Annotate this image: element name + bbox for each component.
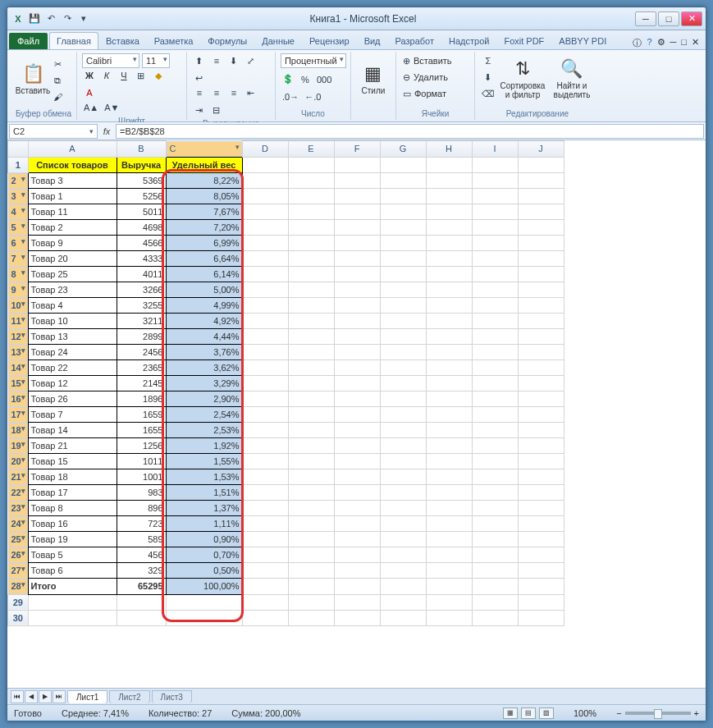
row-header[interactable]: 17 xyxy=(8,407,28,423)
fill-icon[interactable]: ◆ xyxy=(151,68,166,83)
cell[interactable]: 589 xyxy=(117,532,166,547)
cell[interactable]: 2456 xyxy=(117,345,166,360)
col-header[interactable]: C xyxy=(167,141,242,157)
tab-layout[interactable]: Разметка xyxy=(147,32,201,49)
cell[interactable]: 4333 xyxy=(117,251,166,267)
cell[interactable]: Товар 4 xyxy=(28,298,117,314)
bold-icon[interactable]: Ж xyxy=(82,68,97,83)
cell[interactable]: Товар 7 xyxy=(28,407,117,423)
cell[interactable]: Товар 16 xyxy=(28,516,117,532)
cell[interactable]: Итого xyxy=(28,579,117,595)
cell[interactable]: Товар 26 xyxy=(28,391,117,407)
col-header[interactable]: F xyxy=(334,141,380,158)
row-header[interactable]: 23 xyxy=(8,501,28,516)
zoom-slider[interactable] xyxy=(625,712,691,715)
cell[interactable]: 2,54% xyxy=(166,407,242,423)
next-sheet-icon[interactable]: ▶ xyxy=(39,690,52,703)
grow-icon[interactable]: A▲ xyxy=(82,100,100,115)
percent-icon[interactable]: % xyxy=(298,72,313,87)
cell[interactable]: 2365 xyxy=(117,360,166,376)
row-header[interactable]: 10 xyxy=(8,298,28,314)
top-align-icon[interactable]: ⬆ xyxy=(192,53,207,68)
cell[interactable]: 896 xyxy=(117,501,166,516)
styles-button[interactable]: ▦ Стили xyxy=(356,53,391,104)
table-header-cell[interactable]: Удельный вес xyxy=(166,157,242,172)
break-view-icon[interactable]: ▧ xyxy=(539,707,554,719)
dec-dec-icon[interactable]: ←.0 xyxy=(303,89,322,104)
zoom-in-icon[interactable]: + xyxy=(694,708,699,718)
size-select[interactable]: 11 xyxy=(142,53,170,68)
center-align-icon[interactable]: ≡ xyxy=(209,85,224,100)
indent-icon[interactable]: ⇥ xyxy=(192,103,207,117)
cell[interactable]: Товар 13 xyxy=(28,329,117,345)
row-header[interactable]: 18 xyxy=(8,423,28,438)
cell[interactable]: 1,51% xyxy=(166,485,242,501)
row-header[interactable]: 30 xyxy=(8,610,29,625)
merge-icon[interactable]: ⊟ xyxy=(209,103,224,117)
font-select[interactable]: Calibri xyxy=(82,53,139,68)
formula-input[interactable] xyxy=(116,124,704,139)
doc-close-icon[interactable]: ✕ xyxy=(692,37,699,49)
row-header[interactable]: 15 xyxy=(8,376,28,391)
row-header[interactable]: 12 xyxy=(8,329,28,345)
row-header[interactable]: 20 xyxy=(8,454,28,469)
cell[interactable]: Товар 2 xyxy=(28,220,117,236)
cell[interactable]: Товар 18 xyxy=(28,469,117,485)
row-header[interactable]: 25 xyxy=(8,532,28,547)
row-header[interactable]: 4 xyxy=(8,204,28,220)
cell[interactable]: 4,99% xyxy=(166,298,242,314)
doc-min-icon[interactable]: ─ xyxy=(670,37,677,49)
italic-icon[interactable]: К xyxy=(99,68,114,83)
tab-data[interactable]: Данные xyxy=(254,32,302,49)
cell[interactable]: 4698 xyxy=(117,220,166,236)
undo-icon[interactable]: ↶ xyxy=(43,11,58,26)
cell[interactable]: 6,64% xyxy=(166,251,242,267)
cell[interactable]: 1,53% xyxy=(166,469,242,485)
cell[interactable]: Товар 14 xyxy=(28,423,117,438)
cell[interactable]: Товар 22 xyxy=(28,360,117,376)
cell[interactable]: 7,20% xyxy=(166,220,242,236)
row-header[interactable]: 21 xyxy=(8,469,28,485)
right-align-icon[interactable]: ≡ xyxy=(226,85,241,100)
border-icon[interactable]: ⊞ xyxy=(134,68,149,83)
row-header[interactable]: 1 xyxy=(8,157,29,172)
tab-foxit[interactable]: Foxit PDF xyxy=(496,32,551,49)
cell[interactable]: 0,70% xyxy=(166,547,242,563)
copy-icon[interactable]: ⧉ xyxy=(50,73,65,88)
cell[interactable]: Товар 6 xyxy=(28,563,117,579)
mid-align-icon[interactable]: ≡ xyxy=(209,53,224,68)
cell[interactable]: 0,90% xyxy=(166,532,242,547)
shrink-icon[interactable]: A▼ xyxy=(103,100,121,115)
row-header[interactable]: 27 xyxy=(8,563,28,579)
sheet-tab-1[interactable]: Лист1 xyxy=(67,690,107,703)
left-align-icon[interactable]: ≡ xyxy=(192,85,207,100)
comma-icon[interactable]: 000 xyxy=(315,72,333,87)
col-header[interactable]: B xyxy=(117,141,166,158)
opts-icon[interactable]: ⚙ xyxy=(657,37,665,49)
cell[interactable]: 8,22% xyxy=(166,172,242,189)
cell[interactable]: Товар 12 xyxy=(28,376,117,391)
cell[interactable]: 983 xyxy=(117,485,166,501)
cell[interactable]: 0,50% xyxy=(166,563,242,579)
inc-dec-icon[interactable]: .0→ xyxy=(281,89,300,104)
table-header-cell[interactable]: Список товаров xyxy=(28,157,117,172)
sheet-tab-2[interactable]: Лист2 xyxy=(109,690,149,703)
tab-abbyy[interactable]: ABBYY PDI xyxy=(551,32,614,49)
wrap-icon[interactable]: ↩ xyxy=(192,71,207,85)
cell[interactable]: 100,00% xyxy=(166,579,242,595)
row-header[interactable]: 26 xyxy=(8,547,28,563)
row-header[interactable]: 29 xyxy=(8,594,29,610)
prev-sheet-icon[interactable]: ◀ xyxy=(25,690,38,703)
fill-down-icon[interactable]: ⬇ xyxy=(480,70,496,85)
col-header[interactable]: H xyxy=(426,141,472,158)
cell[interactable]: 1256 xyxy=(117,438,166,454)
currency-icon[interactable]: 💲 xyxy=(281,72,295,87)
cell[interactable]: Товар 23 xyxy=(28,282,117,298)
close-button[interactable]: ✕ xyxy=(681,11,702,26)
cell[interactable]: 1,37% xyxy=(166,501,242,516)
orient-icon[interactable]: ⤢ xyxy=(244,53,258,68)
row-header[interactable]: 2 xyxy=(8,173,28,189)
format-cells-button[interactable]: ▭ Формат xyxy=(401,86,473,101)
table-header-cell[interactable]: Выручка xyxy=(117,157,166,172)
cell[interactable]: 6,14% xyxy=(166,267,242,282)
